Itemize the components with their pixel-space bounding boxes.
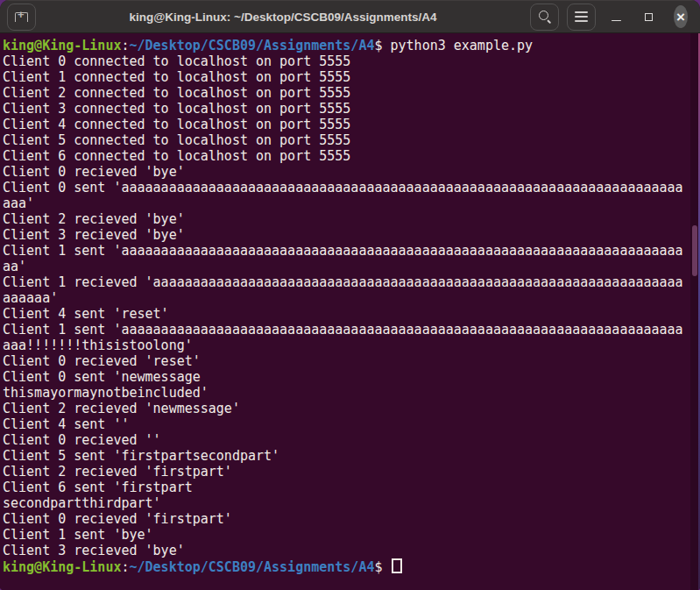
prompt-dollar: $: [374, 559, 390, 575]
scrollbar-track[interactable]: [690, 33, 698, 590]
minimize-icon: [612, 20, 621, 22]
close-button-circle: [674, 5, 688, 28]
command-text: python3 example.py: [391, 38, 534, 53]
terminal-output-line: Client 1 sent 'bye': [3, 527, 700, 543]
terminal-output-line: aaa!!!!!!!thisistoolong': [3, 338, 700, 353]
terminal-output-line: Client 6 sent 'firstpart: [3, 480, 700, 495]
prompt-colon: :: [121, 559, 129, 575]
prompt-dollar: $: [374, 38, 390, 53]
terminal-output-line: Client 1 sent 'aaaaaaaaaaaaaaaaaaaaaaaaa…: [3, 322, 700, 338]
terminal-output-line: Client 0 sent 'newmessage: [3, 369, 700, 385]
terminal-cursor: [392, 558, 402, 573]
terminal-output-line: aaaaaa': [3, 290, 700, 306]
terminal-output-line: Client 5 connected to localhost on port …: [3, 132, 700, 148]
terminal-output-line: Client 0 sent 'aaaaaaaaaaaaaaaaaaaaaaaaa…: [3, 180, 700, 195]
terminal-output-line: Client 2 connected to localhost on port …: [3, 85, 700, 101]
prompt-user-host: king@King-Linux: [3, 38, 121, 53]
terminal-output-line: aa': [3, 259, 700, 274]
terminal-output-line: Client 0 recieved 'bye': [3, 164, 700, 180]
prompt-user-host: king@King-Linux: [3, 559, 121, 575]
terminal-output-line: Client 2 recieved 'newmessage': [3, 401, 700, 416]
terminal-screen[interactable]: king@King-Linux:~/Desktop/CSCB09/Assignm…: [0, 33, 700, 590]
terminal-output-line: Client 5 sent 'firstpartsecondpart': [3, 448, 700, 464]
terminal-output-line: Client 4 sent 'reset': [3, 306, 700, 322]
terminal-output-line: Client 3 connected to localhost on port …: [3, 101, 700, 117]
terminal-output-line: Client 3 recieved 'bye': [3, 543, 700, 558]
minimize-button[interactable]: [604, 4, 628, 29]
prompt-path: ~/Desktop/CSCB09/Assignments/A4: [130, 559, 375, 575]
prompt-line-command: king@King-Linux:~/Desktop/CSCB09/Assignm…: [3, 38, 700, 53]
terminal-output-line: Client 6 connected to localhost on port …: [3, 148, 700, 164]
terminal-output-line: Client 2 recieved 'firstpart': [3, 464, 700, 480]
terminal-output-line: thismayormaynotbeincluded': [3, 385, 700, 401]
terminal-output-line: Client 0 connected to localhost on port …: [3, 53, 700, 69]
prompt-colon: :: [121, 38, 129, 53]
maximize-button[interactable]: [636, 4, 661, 29]
terminal-output-line: Client 1 connected to localhost on port …: [3, 69, 700, 85]
terminal-output-line: Client 0 recieved '': [3, 432, 700, 448]
terminal-output-line: aaa': [3, 195, 700, 211]
terminal-output-line: Client 1 sent 'aaaaaaaaaaaaaaaaaaaaaaaaa…: [3, 243, 700, 259]
scrollbar-thumb[interactable]: [692, 225, 697, 276]
menu-button[interactable]: [567, 4, 596, 31]
titlebar-controls: [530, 4, 693, 31]
terminal-output-line: Client 2 recieved 'bye': [3, 211, 700, 227]
terminal-output-line: Client 1 recieved 'aaaaaaaaaaaaaaaaaaaaa…: [3, 274, 700, 290]
terminal-output-line: Client 0 recieved 'reset': [3, 353, 700, 369]
terminal-output-line: Client 0 recieved 'firstpart': [3, 511, 700, 527]
search-icon: [538, 10, 552, 24]
window-title: king@King-Linux: ~/Desktop/CSCB09/Assign…: [36, 11, 530, 24]
new-tab-icon: [15, 12, 28, 22]
terminal-output-line: Client 4 sent '': [3, 416, 700, 432]
close-icon: [676, 10, 685, 25]
maximize-icon: [645, 13, 653, 21]
terminal-output-line: Client 3 recieved 'bye': [3, 227, 700, 243]
close-button[interactable]: [668, 4, 693, 29]
search-button[interactable]: [530, 4, 559, 31]
terminal-output-line: secondpartthirdpart': [3, 495, 700, 511]
terminal-window: king@King-Linux: ~/Desktop/CSCB09/Assign…: [0, 0, 700, 590]
titlebar[interactable]: king@King-Linux: ~/Desktop/CSCB09/Assign…: [0, 0, 700, 33]
prompt-line-current: king@King-Linux:~/Desktop/CSCB09/Assignm…: [3, 558, 700, 575]
prompt-path: ~/Desktop/CSCB09/Assignments/A4: [130, 38, 375, 53]
terminal-output-line: Client 4 connected to localhost on port …: [3, 117, 700, 132]
new-tab-button[interactable]: [7, 4, 36, 31]
hamburger-menu-icon: [575, 11, 588, 22]
